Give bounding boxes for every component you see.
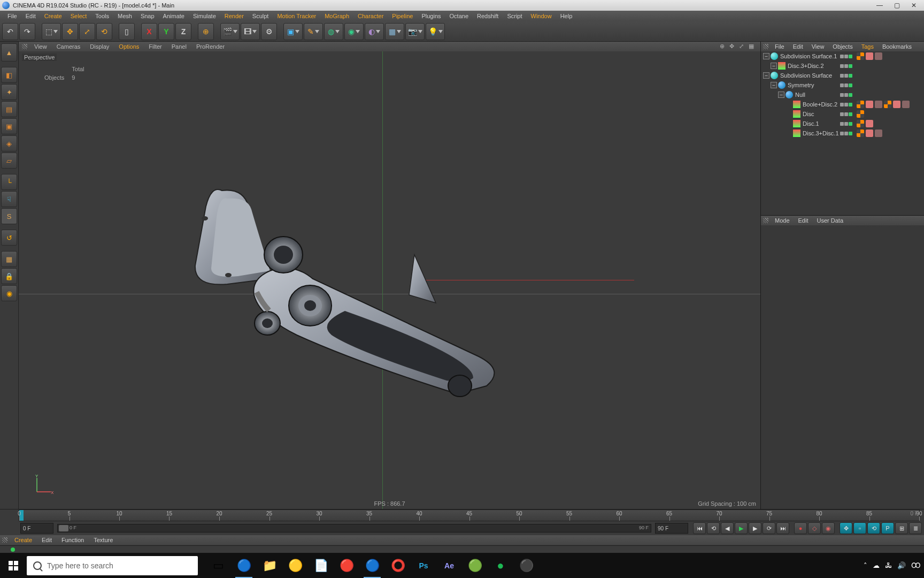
- tag-sel[interactable]: [866, 101, 873, 108]
- tray-lang-icon[interactable]: Ꝏ: [911, 561, 921, 569]
- timeline-start-field[interactable]: 0 F: [20, 523, 53, 534]
- app-obs-icon[interactable]: ⚫: [514, 553, 538, 578]
- menu-mesh[interactable]: Mesh: [113, 12, 136, 20]
- vp-menu-display[interactable]: Display: [85, 43, 114, 50]
- axis-mode[interactable]: └: [1, 174, 17, 190]
- last-tool[interactable]: ▯: [119, 23, 135, 40]
- object-name[interactable]: Boole+Disc.2: [803, 101, 840, 108]
- vp-nav-icon-3[interactable]: ▦: [749, 43, 756, 50]
- tree-row[interactable]: –Disc.3+Disc.1: [761, 128, 924, 138]
- window-maximize[interactable]: ▢: [889, 1, 905, 10]
- tray-chevron-icon[interactable]: ˄: [864, 561, 867, 569]
- tree-row[interactable]: –Disc.1: [761, 119, 924, 128]
- menu-redshift[interactable]: Redshift: [473, 12, 503, 20]
- object-name[interactable]: Disc.3+Disc.2: [788, 63, 840, 69]
- taskview-icon[interactable]: ▭: [206, 553, 230, 578]
- tag-sel[interactable]: [893, 101, 900, 108]
- visibility-dots[interactable]: [840, 103, 852, 107]
- deformer[interactable]: ◐: [365, 23, 384, 40]
- start-button[interactable]: [0, 553, 27, 578]
- objmgr-menu-bookmarks[interactable]: Bookmarks: [878, 43, 916, 50]
- tag-phong[interactable]: [857, 110, 864, 118]
- generator[interactable]: ◉: [344, 23, 364, 40]
- visibility-dots[interactable]: [840, 132, 852, 135]
- menu-animate[interactable]: Animate: [159, 12, 189, 20]
- expand-toggle[interactable]: –: [771, 63, 777, 69]
- object-mode[interactable]: ▣: [1, 118, 17, 134]
- vp-menu-panel[interactable]: Panel: [167, 43, 191, 50]
- mat-menu-function[interactable]: Function: [57, 537, 89, 543]
- pen-tool[interactable]: ✎: [304, 23, 323, 40]
- vp-nav-icon-0[interactable]: ⊕: [720, 43, 727, 50]
- tag-orange[interactable]: [875, 130, 882, 137]
- object-name[interactable]: Null: [795, 92, 840, 98]
- redo-button[interactable]: ↷: [19, 23, 35, 40]
- app-notepad-icon[interactable]: 📄: [309, 553, 333, 578]
- tray-cloud-icon[interactable]: ☁: [873, 561, 880, 569]
- subdivision[interactable]: ◍: [324, 23, 343, 40]
- tag-sel[interactable]: [866, 120, 873, 127]
- menu-tools[interactable]: Tools: [91, 12, 113, 20]
- scale-tool[interactable]: ⤢: [79, 23, 95, 40]
- vp-menu-view[interactable]: View: [29, 43, 52, 50]
- timeline-ruler[interactable]: 0510152025303540455055606570758085900 F: [19, 509, 920, 521]
- tree-row[interactable]: –Symmetry: [761, 80, 924, 90]
- vp-menu-options[interactable]: Options: [114, 43, 144, 50]
- tag-phong[interactable]: [857, 120, 864, 127]
- objmgr-menu-objects[interactable]: Objects: [828, 43, 857, 50]
- tag-phong[interactable]: [857, 101, 864, 108]
- object-name[interactable]: Subdivision Surface.1: [780, 53, 840, 59]
- param-channel[interactable]: P: [881, 522, 894, 534]
- expand-toggle[interactable]: –: [763, 72, 769, 79]
- tag-phong[interactable]: [857, 130, 864, 137]
- light[interactable]: 💡: [426, 23, 445, 40]
- menu-octane[interactable]: Octane: [445, 12, 473, 20]
- snap-toggle[interactable]: S: [1, 208, 17, 224]
- environment[interactable]: ▦: [385, 23, 404, 40]
- vp-nav-icon-2[interactable]: ⤢: [739, 43, 746, 50]
- app-explorer-icon[interactable]: 📁: [258, 553, 281, 578]
- objmgr-menu-file[interactable]: File: [771, 43, 789, 50]
- mat-menu-texture[interactable]: Texture: [89, 537, 118, 543]
- menu-sculpt[interactable]: Sculpt: [248, 12, 273, 20]
- mat-menu-create[interactable]: Create: [10, 537, 37, 543]
- menu-create[interactable]: Create: [40, 12, 66, 20]
- tag-sel[interactable]: [866, 130, 873, 137]
- tree-row[interactable]: –Disc.3+Disc.2: [761, 61, 924, 71]
- next-key[interactable]: ⟳: [763, 522, 775, 534]
- system-tray[interactable]: ˄ ☁ 🖧 🔊 Ꝏ: [864, 561, 924, 569]
- lock-icon[interactable]: 🔒: [1, 268, 17, 284]
- play-button[interactable]: ▶: [735, 522, 748, 534]
- scale-channel[interactable]: ▫: [853, 522, 866, 534]
- object-name[interactable]: Symmetry: [788, 82, 840, 88]
- tree-row[interactable]: –Subdivision Surface.1: [761, 51, 924, 61]
- soft-select[interactable]: ↺: [1, 230, 17, 246]
- app-c4d2-icon[interactable]: 🔵: [360, 553, 384, 578]
- object-name[interactable]: Disc.3+Disc.1: [803, 130, 840, 136]
- expand-toggle[interactable]: –: [778, 92, 784, 98]
- tag-phong[interactable]: [857, 52, 864, 60]
- expand-toggle[interactable]: –: [763, 53, 769, 59]
- attr-menu-edit[interactable]: Edit: [794, 217, 813, 224]
- tree-row[interactable]: –Disc: [761, 109, 924, 119]
- menu-help[interactable]: Help: [556, 12, 577, 20]
- point-mode[interactable]: ◈: [1, 135, 17, 151]
- app-red-icon[interactable]: 🔴: [335, 553, 358, 578]
- record-key[interactable]: ●: [794, 522, 807, 534]
- window-minimize[interactable]: —: [872, 1, 888, 10]
- timeline-end-field[interactable]: 90 F: [655, 523, 688, 534]
- menu-script[interactable]: Script: [503, 12, 526, 20]
- prev-frame[interactable]: ◀: [721, 522, 734, 534]
- pla-channel[interactable]: ⊞: [895, 522, 908, 534]
- tree-row[interactable]: –Boole+Disc.2: [761, 100, 924, 109]
- menu-render[interactable]: Render: [220, 12, 248, 20]
- rotate-tool[interactable]: ⟲: [96, 23, 112, 40]
- object-name[interactable]: Disc.1: [803, 120, 840, 127]
- visibility-dots[interactable]: [840, 112, 852, 116]
- prev-key[interactable]: ⟲: [707, 522, 720, 534]
- menu-file[interactable]: File: [3, 12, 21, 20]
- object-name[interactable]: Disc: [803, 111, 840, 117]
- workplane-mode[interactable]: ▤: [1, 101, 17, 117]
- tag-orange[interactable]: [875, 52, 882, 60]
- visibility-dots[interactable]: [840, 55, 852, 58]
